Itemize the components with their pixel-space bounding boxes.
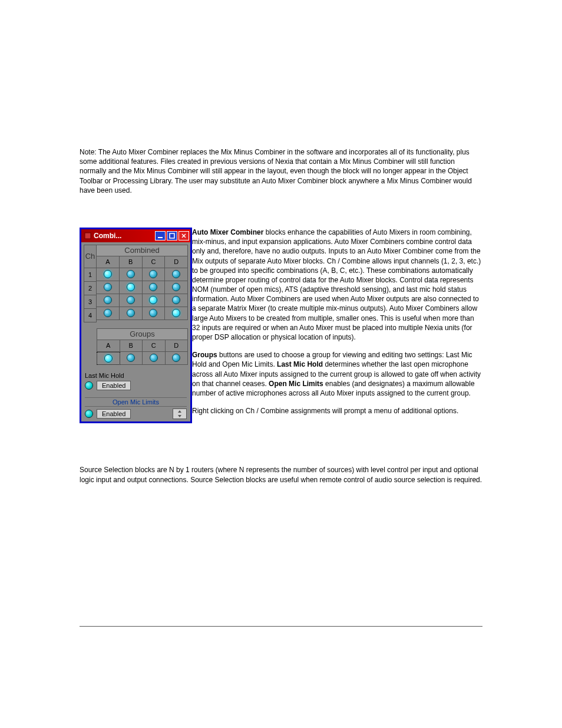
combine-cell[interactable] [143,268,166,281]
combine-cell[interactable] [165,307,188,320]
dot-icon [104,296,112,304]
combine-cell[interactable] [120,294,143,307]
combine-cell[interactable] [165,268,188,281]
svg-rect-0 [85,233,91,239]
combine-cell[interactable] [143,281,166,294]
combine-cell[interactable] [97,294,120,307]
dot-icon [127,283,135,291]
bold-term: Open Mic Limits [269,380,323,388]
combine-cell[interactable] [120,268,143,281]
bold-term: Last Mic Hold [277,360,323,368]
radio-icon[interactable] [85,410,93,418]
last-mic-hold-setting: Last Mic Hold Enabled [84,372,188,390]
ch-row-label: 2 [84,282,97,295]
groups-title: Groups [97,328,188,340]
lead-term: Groups [192,351,217,359]
svg-rect-2 [170,233,174,238]
dot-icon [149,309,157,317]
col-header: B [120,256,143,268]
ch-row-label: 4 [84,309,97,322]
dot-icon [149,270,157,278]
dot-icon [149,296,157,304]
ch-row-label: 3 [84,295,97,309]
col-header: D [165,256,188,268]
dot-icon [127,296,135,304]
combine-cell[interactable] [97,268,120,281]
combine-cell[interactable] [165,281,188,294]
ch-header: Ch [84,245,97,268]
dot-icon [127,270,135,278]
app-icon [84,232,92,240]
combine-cell[interactable] [120,281,143,294]
description-para-3: Right clicking on Ch / Combine assignmen… [192,406,482,416]
window-titlebar[interactable]: Combi... [81,229,190,242]
radio-icon[interactable] [85,381,93,390]
combined-title: Combined [97,245,188,256]
groups-grid: Groups A B C D [84,328,188,365]
group-col-header: A [97,340,120,352]
dot-icon [104,309,112,317]
combine-cell[interactable] [97,307,120,320]
combine-cell[interactable] [165,294,188,307]
combine-cell[interactable] [143,294,166,307]
open-mic-limits-label: Open Mic Limits [85,397,187,407]
combine-cell[interactable] [143,307,166,320]
dot-icon [172,309,180,317]
note-paragraph: Note: The Auto Mixer Combiner replaces t… [80,147,482,195]
group-col-header: B [120,340,143,352]
dot-icon [127,354,135,362]
combine-cell[interactable] [97,281,120,294]
last-mic-hold-toggle[interactable]: Enabled [97,381,131,390]
col-header: A [97,256,120,268]
description-column: Auto Mixer Combiner blocks enhance the c… [192,228,482,424]
description-para-2: Groups buttons are used to choose a grou… [192,350,482,398]
group-col-header: D [166,340,189,352]
group-button[interactable] [97,352,120,365]
dot-icon [172,296,180,304]
minimize-button[interactable] [155,231,166,241]
lead-term: Auto Mixer Combiner [192,228,263,236]
close-button[interactable] [178,231,189,241]
dot-icon [104,270,112,278]
dot-icon [172,283,180,291]
dot-icon [127,309,135,317]
dot-icon [172,354,180,362]
source-selection-para: Source Selection blocks are N by 1 route… [80,465,482,484]
combiner-window: Combi... Ch [80,228,192,423]
maximize-button[interactable] [167,231,177,241]
last-mic-hold-label: Last Mic Hold [85,372,187,379]
page-divider [80,626,482,627]
dot-icon [150,354,158,362]
open-mic-limits-stepper[interactable] [173,409,187,419]
group-col-header: C [143,340,166,352]
source-selection-section: Source Selection blocks are N by 1 route… [80,465,482,484]
dot-icon [172,270,180,278]
group-button[interactable] [143,352,166,365]
combine-cell[interactable] [120,307,143,320]
dot-icon [104,354,113,363]
group-button[interactable] [120,352,143,365]
col-header: C [143,256,166,268]
combined-grid: Ch 1 2 3 4 Combined A B C D [84,245,188,322]
ch-row-label: 1 [84,268,97,282]
para-text: blocks enhance the capabilities of Auto … [192,228,481,341]
svg-rect-1 [158,237,163,238]
group-button[interactable] [166,352,189,365]
dot-icon [104,283,112,291]
open-mic-limits-setting: Open Mic Limits Enabled [84,397,188,419]
description-para-1: Auto Mixer Combiner blocks enhance the c… [192,228,482,342]
open-mic-limits-toggle[interactable]: Enabled [97,409,131,419]
window-title: Combi... [94,232,155,240]
dot-icon [149,283,157,291]
